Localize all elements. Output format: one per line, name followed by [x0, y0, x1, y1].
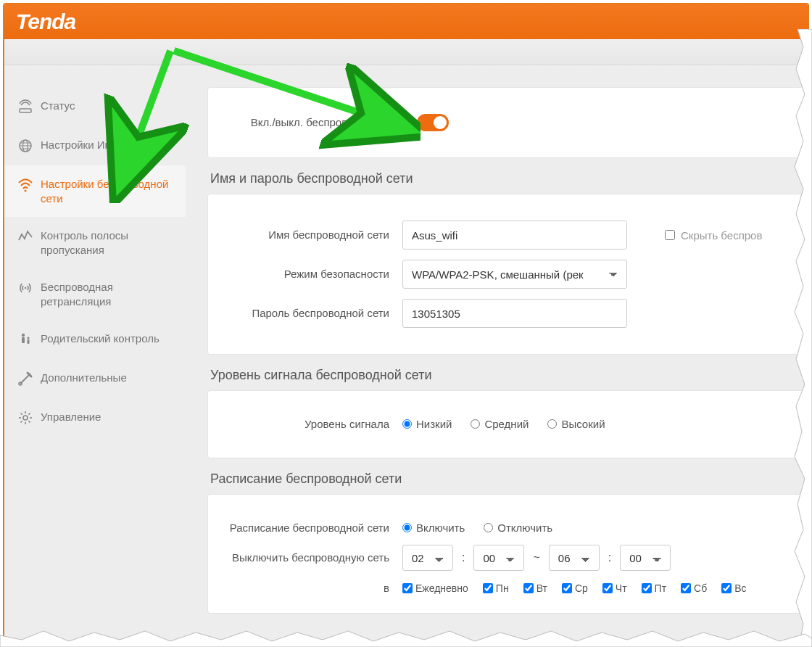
svg-point-10 [27, 337, 29, 339]
sidebar-item-label: Статус [41, 99, 173, 113]
schedule-panel: Расписание беспроводной сети Включить От… [207, 494, 808, 614]
days-prefix: в [228, 581, 402, 596]
hour-to-select[interactable]: 06 [549, 545, 600, 571]
day-tue-checkbox[interactable] [523, 583, 534, 593]
signal-high-label: Высокий [561, 418, 605, 430]
gear-icon [17, 410, 33, 426]
hide-ssid-checkbox[interactable] [665, 230, 675, 240]
schedule-off-radio[interactable] [484, 523, 493, 532]
svg-line-20 [21, 421, 22, 422]
day-thu-checkbox[interactable] [602, 583, 613, 593]
wireless-toggle-label: Вкл./выкл. беспроводную сеть [228, 115, 417, 130]
security-mode-label: Режим безопасности [228, 267, 402, 281]
ssid-input[interactable] [402, 221, 627, 250]
signal-med-label: Средний [484, 418, 529, 430]
password-input[interactable] [402, 299, 627, 328]
sidebar-item-parental[interactable]: Родительский контроль [4, 320, 186, 359]
password-label: Пароль беспроводной сети [228, 306, 402, 321]
section-title-signal: Уровень сигнала беспроводной сети [210, 368, 808, 383]
svg-line-19 [28, 421, 30, 422]
svg-point-6 [25, 190, 27, 192]
schedule-on-label: Включить [416, 522, 465, 534]
sidebar-item-label: Беспроводная ретрансляция [41, 280, 173, 308]
parental-icon [17, 331, 33, 347]
day-sun-checkbox[interactable] [721, 583, 732, 593]
svg-line-18 [21, 413, 22, 415]
day-thu-label: Чт [616, 582, 627, 594]
repeat-icon [17, 280, 33, 296]
colon-2: : [608, 551, 611, 564]
svg-point-8 [22, 334, 25, 337]
wireless-toggle[interactable] [417, 114, 449, 131]
main-content: Вкл./выкл. беспроводную сеть Имя и парол… [186, 65, 808, 643]
sidebar-item-label: Управление [41, 410, 173, 424]
signal-med-radio[interactable] [471, 419, 480, 429]
svg-line-21 [28, 413, 30, 415]
wifi-icon [17, 177, 33, 193]
sidebar-item-internet[interactable]: Настройки Интернета [4, 126, 186, 165]
bandwidth-icon [17, 228, 33, 244]
hour-from-select[interactable]: 02 [402, 545, 453, 571]
section-title-namepw: Имя и пароль беспроводной сети [210, 171, 808, 186]
svg-rect-11 [28, 339, 30, 344]
colon-1: : [462, 551, 465, 564]
range-sep: ~ [533, 551, 539, 564]
schedule-on-radio[interactable] [402, 523, 412, 532]
name-password-panel: Имя беспроводной сети Скрыть беспров Реж… [207, 194, 808, 355]
day-sat-label: Сб [694, 582, 707, 594]
hide-ssid-label: Скрыть беспров [681, 229, 762, 242]
signal-high-radio[interactable] [547, 419, 557, 429]
signal-low-radio[interactable] [402, 419, 412, 429]
svg-rect-9 [22, 337, 25, 343]
sidebar-item-wireless[interactable]: Настройки беспроводной сети [4, 165, 186, 217]
min-to-select[interactable]: 00 [620, 545, 671, 571]
schedule-off-label: Отключить [497, 522, 552, 534]
sidebar-item-bandwidth[interactable]: Контроль полосы пропускания [4, 217, 186, 268]
min-from-select[interactable]: 00 [473, 545, 524, 571]
ssid-label: Имя беспроводной сети [228, 228, 402, 242]
day-wed-checkbox[interactable] [562, 583, 572, 593]
sub-header [4, 39, 808, 65]
day-fri-label: Пт [655, 582, 666, 594]
security-mode-select[interactable]: WPA/WPA2-PSK, смешанный (рек [402, 260, 627, 289]
day-fri-checkbox[interactable] [642, 583, 652, 593]
svg-rect-0 [20, 109, 31, 112]
sidebar-item-label: Родительский контроль [41, 331, 173, 346]
day-daily-label: Ежедневно [415, 582, 468, 594]
app-header: Tenda [4, 4, 808, 39]
off-time-label: Выключить беспроводную сеть [228, 551, 402, 565]
sidebar: Статус Настройки Интернета Настройки бес… [4, 65, 186, 643]
sidebar-item-label: Дополнительные [41, 371, 173, 385]
day-wed-label: Ср [575, 582, 588, 594]
day-mon-checkbox[interactable] [483, 583, 493, 593]
sidebar-item-repeater[interactable]: Беспроводная ретрансляция [4, 268, 186, 320]
brand-logo: Tenda [16, 9, 75, 34]
sidebar-item-status[interactable]: Статус [4, 87, 186, 126]
signal-level-label: Уровень сигнала [228, 417, 402, 432]
sidebar-item-management[interactable]: Управление [4, 398, 186, 437]
schedule-enable-label: Расписание беспроводной сети [228, 521, 402, 535]
section-title-schedule: Расписание беспроводной сети [210, 471, 808, 487]
svg-point-13 [23, 416, 28, 420]
day-sun-label: Вс [734, 582, 746, 594]
signal-low-label: Низкий [416, 418, 452, 430]
sidebar-item-label: Настройки беспроводной сети [41, 177, 173, 205]
day-mon-label: Пн [496, 582, 509, 594]
sidebar-item-label: Настройки Интернета [41, 138, 173, 152]
status-icon [17, 99, 33, 115]
sidebar-item-label: Контроль полосы пропускания [41, 228, 173, 257]
svg-point-7 [25, 287, 27, 289]
tools-icon [17, 371, 33, 387]
sidebar-item-advanced[interactable]: Дополнительные [4, 359, 186, 398]
signal-panel: Уровень сигнала Низкий Средний Высокий [207, 390, 808, 458]
wireless-toggle-panel: Вкл./выкл. беспроводную сеть [207, 87, 808, 158]
day-tue-label: Вт [536, 582, 547, 594]
day-daily-checkbox[interactable] [402, 583, 413, 593]
day-sat-checkbox[interactable] [681, 583, 691, 593]
globe-icon [17, 138, 33, 154]
